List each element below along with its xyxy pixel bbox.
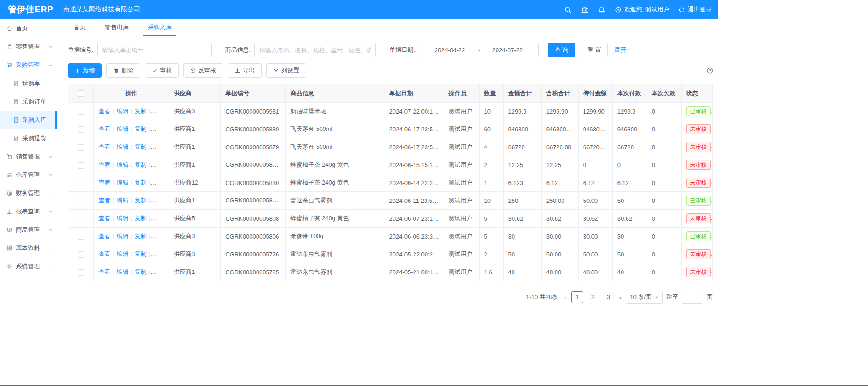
row-checkbox[interactable] xyxy=(78,216,84,222)
row-action-copy[interactable]: 复制 xyxy=(135,143,147,150)
product-info-input[interactable] xyxy=(254,43,376,57)
row-action-copy[interactable]: 复制 xyxy=(135,161,147,168)
row-action-edit[interactable]: 编辑 xyxy=(116,215,128,222)
cell-qty: 10 xyxy=(479,103,503,120)
page-3-button[interactable]: 3 xyxy=(602,291,614,303)
welcome-user[interactable]: 欢迎您, 测试用户 xyxy=(615,5,669,14)
row-action-copy[interactable]: 复制 xyxy=(135,233,147,239)
row-action-copy[interactable]: 复制 xyxy=(135,268,147,275)
row-checkbox[interactable] xyxy=(78,180,84,186)
logout-button[interactable]: 退出登录 xyxy=(678,5,712,14)
tab-purchase-inbound[interactable]: 采购入库 xyxy=(148,19,172,36)
column-settings-button[interactable]: 列设置 xyxy=(266,63,306,78)
sidebar-item-system[interactable]: 系统管理 xyxy=(0,257,57,276)
action-divider: | xyxy=(149,233,150,239)
page-1-button[interactable]: 1 xyxy=(571,291,583,303)
row-action-edit[interactable]: 编辑 xyxy=(116,108,128,114)
cell-date: 2024-06-06 23:34:32 xyxy=(384,228,444,245)
sidebar-item-purchase[interactable]: 采购管理 xyxy=(0,56,57,74)
row-action-copy[interactable]: 复制 xyxy=(135,125,147,132)
row-action-edit[interactable]: 编辑 xyxy=(116,161,128,168)
row-action-view[interactable]: 查看 xyxy=(98,143,110,150)
action-divider: | xyxy=(113,197,114,204)
row-checkbox[interactable] xyxy=(78,234,84,240)
row-action-edit[interactable]: 编辑 xyxy=(116,197,128,204)
row-action-view[interactable]: 查看 xyxy=(98,125,110,132)
sidebar-item-warehouse[interactable]: 仓库管理 xyxy=(0,166,57,184)
date-to-input[interactable] xyxy=(483,47,532,54)
row-checkbox[interactable] xyxy=(78,269,84,276)
row-checkbox[interactable] xyxy=(78,162,84,169)
help-icon[interactable] xyxy=(706,67,714,74)
sidebar-item-basic[interactable]: 基本资料 xyxy=(0,239,57,257)
row-action-view[interactable]: 查看 xyxy=(98,233,110,239)
row-action-edit[interactable]: 编辑 xyxy=(116,125,128,132)
action-divider: | xyxy=(113,125,114,132)
cell-product: 蜂蜜柚子茶 240g 黄色 xyxy=(286,210,384,228)
audit-button[interactable]: 审核 xyxy=(145,63,179,78)
row-action-edit[interactable]: 编辑 xyxy=(116,143,128,150)
sidebar-item-retail[interactable]: 零售管理 xyxy=(0,38,57,56)
bank-icon[interactable] xyxy=(581,6,589,14)
sidebar-item-home[interactable]: 首页 xyxy=(0,19,57,38)
row-action-edit[interactable]: 编辑 xyxy=(116,268,128,275)
tab-retail-outbound[interactable]: 零售出库 xyxy=(105,19,129,36)
bill-no-input[interactable] xyxy=(97,43,212,57)
action-divider: | xyxy=(149,125,150,132)
sidebar-item-purchase-request[interactable]: 请购单 xyxy=(0,74,57,92)
reset-button[interactable]: 重 置 xyxy=(581,43,608,57)
row-checkbox[interactable] xyxy=(78,109,84,115)
row-action-view[interactable]: 查看 xyxy=(98,179,110,186)
row-checkbox[interactable] xyxy=(78,251,84,258)
sidebar-item-purchase-inbound[interactable]: 采购入库 xyxy=(0,111,57,129)
tab-home[interactable]: 首页 xyxy=(74,19,86,36)
sidebar-item-purchase-order[interactable]: 采购订单 xyxy=(0,92,57,111)
row-action-copy[interactable]: 复制 xyxy=(135,215,147,222)
row-checkbox-cell xyxy=(68,174,94,192)
row-action-edit[interactable]: 编辑 xyxy=(116,250,128,257)
header-checkbox-cell xyxy=(68,84,94,103)
page-size-select[interactable]: 10 条/页 xyxy=(626,291,663,304)
row-action-copy[interactable]: 复制 xyxy=(135,197,147,204)
page-2-button[interactable]: 2 xyxy=(587,291,599,303)
row-action-copy[interactable]: 复制 xyxy=(135,250,147,257)
unaudit-button[interactable]: 反审核 xyxy=(183,63,223,78)
sidebar-item-sales[interactable]: 销售管理 xyxy=(0,147,57,166)
row-action-view[interactable]: 查看 xyxy=(98,250,110,257)
search-icon[interactable] xyxy=(564,6,572,14)
reports-icon xyxy=(6,208,13,215)
search-button[interactable]: 查 询 xyxy=(548,43,575,57)
export-button[interactable]: 导出 xyxy=(228,63,262,78)
add-button[interactable]: 新增 xyxy=(68,63,102,78)
sidebar-item-purchase-return[interactable]: 采购退货 xyxy=(0,129,57,147)
row-action-view[interactable]: 查看 xyxy=(98,215,110,222)
date-range-picker[interactable]: ~ xyxy=(419,43,539,57)
cell-unpaid: 0 xyxy=(578,156,612,174)
sidebar-item-label: 仓库管理 xyxy=(16,171,40,179)
row-action-copy[interactable]: 复制 xyxy=(135,179,147,186)
row-checkbox[interactable] xyxy=(78,198,84,204)
row-checkbox-cell xyxy=(68,263,94,281)
row-action-view[interactable]: 查看 xyxy=(98,197,110,204)
table-row: 查看|编辑|复制|删除供应商1CGRK00000005880飞天茅台 500ml… xyxy=(68,120,713,138)
row-action-edit[interactable]: 编辑 xyxy=(116,179,128,186)
sidebar-item-reports[interactable]: 报表查询 xyxy=(0,202,57,221)
delete-button[interactable]: 删除 xyxy=(106,63,140,78)
row-action-view[interactable]: 查看 xyxy=(98,161,110,168)
row-checkbox[interactable] xyxy=(78,144,84,151)
row-action-edit[interactable]: 编辑 xyxy=(116,233,128,239)
jump-page-input[interactable] xyxy=(682,291,703,304)
date-from-input[interactable] xyxy=(426,47,474,54)
select-all-checkbox[interactable] xyxy=(78,90,84,97)
row-action-view[interactable]: 查看 xyxy=(98,108,110,114)
next-page-button[interactable]: › xyxy=(618,294,622,301)
prev-page-button[interactable]: ‹ xyxy=(563,294,568,301)
row-checkbox[interactable] xyxy=(78,126,84,133)
row-action-copy[interactable]: 复制 xyxy=(135,108,147,114)
cell-qty: 5 xyxy=(479,228,503,245)
row-action-view[interactable]: 查看 xyxy=(98,268,110,275)
expand-link[interactable]: 展开 xyxy=(614,46,632,54)
sidebar-item-finance[interactable]: 财务管理 xyxy=(0,184,57,202)
sidebar-item-goods[interactable]: 商品管理 xyxy=(0,221,57,239)
bell-icon[interactable] xyxy=(598,6,606,14)
